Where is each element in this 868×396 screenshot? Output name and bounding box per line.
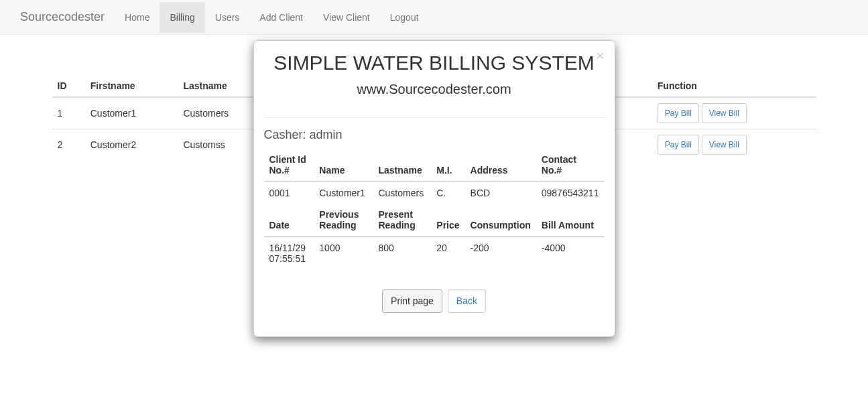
view-bill-button[interactable]: View Bill <box>702 103 747 123</box>
col-address: Address <box>465 149 536 174</box>
nav-billing[interactable]: Billing <box>160 2 204 33</box>
nav-view-client[interactable]: View Client <box>313 2 380 33</box>
col-lastname: Lastname <box>373 149 431 174</box>
nav-home[interactable]: Home <box>115 2 160 33</box>
col-mi: M.I. <box>431 149 464 174</box>
col-name: Name <box>314 149 373 174</box>
client-info-table: Client Id No.# Name Lastname M.I. Addres… <box>264 149 605 174</box>
nav-add-client[interactable]: Add Client <box>249 2 313 33</box>
bill-modal: × SIMPLE WATER BILLING SYSTEM www.Source… <box>253 40 615 174</box>
navbar-brand[interactable]: Sourcecodester <box>10 0 115 34</box>
col-id: ID <box>52 75 85 97</box>
nav-users[interactable]: Users <box>205 2 250 33</box>
pay-bill-button[interactable]: Pay Bill <box>658 103 699 123</box>
modal-title: SIMPLE WATER BILLING SYSTEM <box>267 51 601 75</box>
cell-firstname: Customer2 <box>85 129 178 161</box>
navbar: Sourcecodester Home Billing Users Add Cl… <box>0 0 868 35</box>
casher-label: Casher: admin <box>264 128 605 142</box>
pay-bill-button[interactable]: Pay Bill <box>658 135 699 155</box>
col-firstname: Firstname <box>85 75 178 97</box>
view-bill-button[interactable]: View Bill <box>702 135 747 155</box>
col-function: Function <box>652 75 816 97</box>
close-icon[interactable]: × <box>596 48 604 64</box>
cell-id: 2 <box>52 129 85 161</box>
modal-body: Casher: admin Client Id No.# Name Lastna… <box>254 117 615 174</box>
modal-subtitle: www.Sourcecodester.com <box>267 82 601 97</box>
cell-firstname: Customer1 <box>85 97 178 129</box>
col-contact: Contact No.# <box>536 149 605 174</box>
nav-logout[interactable]: Logout <box>380 2 429 33</box>
col-client-id: Client Id No.# <box>264 149 314 174</box>
cell-id: 1 <box>52 97 85 129</box>
modal-header: × SIMPLE WATER BILLING SYSTEM www.Source… <box>254 41 615 117</box>
